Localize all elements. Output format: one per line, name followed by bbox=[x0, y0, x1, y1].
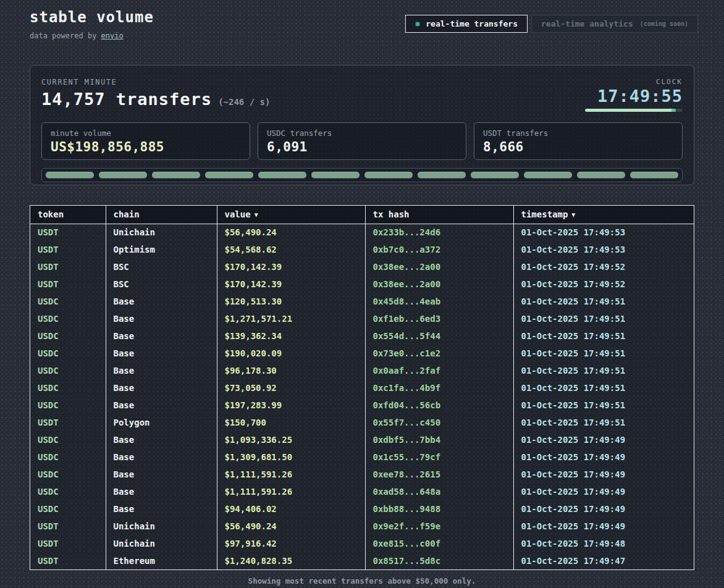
table-row: USDTUnichain$56,490.240x9e2f...f59e01-Oc… bbox=[30, 518, 694, 535]
tx-hash-link[interactable]: 0xdbf5...7bb4 bbox=[365, 431, 513, 448]
tx-hash-link[interactable]: 0x38ee...2a00 bbox=[365, 258, 513, 275]
timestamp-cell: 01-Oct-2025 17:49:49 bbox=[513, 466, 694, 483]
value-cell: $1,111,591.26 bbox=[217, 483, 365, 500]
token-cell: USDT bbox=[30, 224, 106, 241]
chain-cell: Polygon bbox=[106, 414, 217, 431]
tx-hash-link[interactable]: 0xee78...2615 bbox=[365, 466, 513, 483]
column-header-token: token bbox=[30, 206, 106, 224]
tab-real-time-analytics[interactable]: real-time analytics (coming soon) bbox=[531, 15, 698, 33]
sort-desc-icon: ▼ bbox=[255, 211, 258, 218]
value-cell: $1,111,591.26 bbox=[217, 466, 365, 483]
token-cell: USDT bbox=[30, 275, 106, 293]
value-cell: $97,916.42 bbox=[217, 535, 365, 552]
stat-label: USDC transfers bbox=[267, 128, 457, 138]
table-row: USDTUnichain$56,490.240x233b...24d601-Oc… bbox=[30, 224, 694, 241]
table-row: USDTPolygon$150,7000x55f7...c45001-Oct-2… bbox=[30, 414, 694, 431]
token-cell: USDC bbox=[30, 345, 106, 362]
chain-cell: Unichain bbox=[106, 518, 217, 535]
column-header-timestamp[interactable]: timestamp▼ bbox=[513, 206, 694, 224]
tx-hash-link[interactable]: 0x45d8...4eab bbox=[365, 293, 513, 310]
tx-hash-link[interactable]: 0xb7c0...a372 bbox=[365, 241, 513, 258]
minute-segment bbox=[258, 172, 306, 178]
tab-bar: real-time transfers real-time analytics … bbox=[405, 15, 698, 33]
chain-cell: Base bbox=[106, 431, 217, 448]
tx-hash-link[interactable]: 0xe815...c00f bbox=[365, 535, 513, 552]
sort-desc-icon: ▼ bbox=[571, 211, 575, 218]
minute-segment bbox=[418, 172, 466, 178]
stat-row: minute volume US$198,856,885 USDC transf… bbox=[41, 122, 683, 160]
tx-hash-link[interactable]: 0x8517...5d8c bbox=[365, 552, 513, 569]
chain-cell: BSC bbox=[106, 275, 217, 293]
column-header-value[interactable]: value▼ bbox=[217, 206, 365, 224]
value-cell: $56,490.24 bbox=[217, 224, 365, 241]
value-cell: $54,568.62 bbox=[217, 241, 365, 258]
token-cell: USDC bbox=[30, 293, 106, 310]
current-minute-panel: CURRENT MINUTE 14,757 transfers (~246 / … bbox=[30, 65, 694, 185]
tab-label: real-time transfers bbox=[426, 19, 518, 28]
timestamp-cell: 01-Oct-2025 17:49:49 bbox=[513, 448, 694, 466]
table-row: USDCBase$96,178.300x0aaf...2faf01-Oct-20… bbox=[30, 362, 694, 379]
page-title: stable volume bbox=[30, 9, 154, 26]
tx-hash-link[interactable]: 0x554d...5f44 bbox=[365, 327, 513, 345]
title-block: stable volume data powered by envio bbox=[30, 9, 154, 40]
value-cell: $139,362.34 bbox=[217, 327, 365, 345]
table-row: USDCBase$139,362.340x554d...5f4401-Oct-2… bbox=[30, 327, 694, 345]
chain-cell: Base bbox=[106, 345, 217, 362]
stat-usdc-transfers: USDC transfers 6,091 bbox=[258, 122, 466, 160]
column-header-tx-hash: tx hash bbox=[365, 206, 513, 224]
token-cell: USDC bbox=[30, 466, 106, 483]
minute-segment bbox=[205, 172, 253, 178]
tx-hash-link[interactable]: 0x0aaf...2faf bbox=[365, 362, 513, 379]
tx-hash-link[interactable]: 0x55f7...c450 bbox=[365, 414, 513, 431]
tab-real-time-transfers[interactable]: real-time transfers bbox=[405, 15, 528, 33]
timestamp-cell: 01-Oct-2025 17:49:49 bbox=[513, 431, 694, 448]
live-indicator-dot-icon bbox=[415, 22, 420, 27]
tx-hash-link[interactable]: 0xc1fa...4b9f bbox=[365, 379, 513, 397]
tx-hash-link[interactable]: 0x38ee...2a00 bbox=[365, 275, 513, 293]
value-cell: $190,020.09 bbox=[217, 345, 365, 362]
chain-cell: Base bbox=[106, 500, 217, 518]
tx-hash-link[interactable]: 0x1c55...79cf bbox=[365, 448, 513, 466]
clock-block: CLOCK 17:49:55 bbox=[585, 78, 683, 112]
top-header: stable volume data powered by envio real… bbox=[0, 0, 724, 40]
value-cell: $197,283.99 bbox=[217, 397, 365, 414]
transfers-rate: (~246 / s) bbox=[218, 97, 270, 107]
tx-hash-link[interactable]: 0xfd04...56cb bbox=[365, 397, 513, 414]
subtitle-text: data powered by bbox=[30, 32, 101, 40]
table-row: USDTBSC$170,142.390x38ee...2a0001-Oct-20… bbox=[30, 275, 694, 293]
chain-cell: Base bbox=[106, 293, 217, 310]
tx-hash-link[interactable]: 0x233b...24d6 bbox=[365, 224, 513, 241]
minute-segment bbox=[471, 172, 519, 178]
table-row: USDCBase$190,020.090x73e0...c1e201-Oct-2… bbox=[30, 345, 694, 362]
tx-hash-link[interactable]: 0x9e2f...f59e bbox=[365, 518, 513, 535]
chain-cell: Base bbox=[106, 327, 217, 345]
minute-segment bbox=[99, 172, 147, 178]
tx-hash-link[interactable]: 0xbb88...9488 bbox=[365, 500, 513, 518]
minute-segment bbox=[364, 172, 413, 178]
current-minute-label: CURRENT MINUTE bbox=[41, 78, 270, 86]
timestamp-cell: 01-Oct-2025 17:49:52 bbox=[513, 275, 694, 293]
value-cell: $170,142.39 bbox=[217, 258, 365, 275]
token-cell: USDT bbox=[30, 241, 106, 258]
value-cell: $1,240,828.35 bbox=[217, 552, 365, 569]
timestamp-cell: 01-Oct-2025 17:49:51 bbox=[513, 379, 694, 397]
token-cell: USDC bbox=[30, 379, 106, 397]
stat-label: minute volume bbox=[51, 128, 241, 138]
token-cell: USDT bbox=[30, 258, 106, 275]
table-row: USDTEthereum$1,240,828.350x8517...5d8c01… bbox=[30, 552, 694, 569]
chain-cell: Unichain bbox=[106, 535, 217, 552]
value-cell: $73,050.92 bbox=[217, 379, 365, 397]
timestamp-cell: 01-Oct-2025 17:49:52 bbox=[513, 258, 694, 275]
tx-hash-link[interactable]: 0x73e0...c1e2 bbox=[365, 345, 513, 362]
envio-link[interactable]: envio bbox=[101, 32, 124, 40]
transfers-table: token chain value▼ tx hash timestamp▼ US… bbox=[30, 206, 694, 569]
table-row: USDTOptimism$54,568.620xb7c0...a37201-Oc… bbox=[30, 241, 694, 258]
table-body: USDTUnichain$56,490.240x233b...24d601-Oc… bbox=[30, 224, 694, 569]
column-header-chain: chain bbox=[106, 206, 217, 224]
value-cell: $1,309,681.50 bbox=[217, 448, 365, 466]
timestamp-cell: 01-Oct-2025 17:49:49 bbox=[513, 483, 694, 500]
transfers-table-wrap: token chain value▼ tx hash timestamp▼ US… bbox=[30, 205, 694, 570]
tx-hash-link[interactable]: 0xad58...648a bbox=[365, 483, 513, 500]
chain-cell: Base bbox=[106, 448, 217, 466]
tx-hash-link[interactable]: 0xf1eb...6ed3 bbox=[365, 310, 513, 327]
